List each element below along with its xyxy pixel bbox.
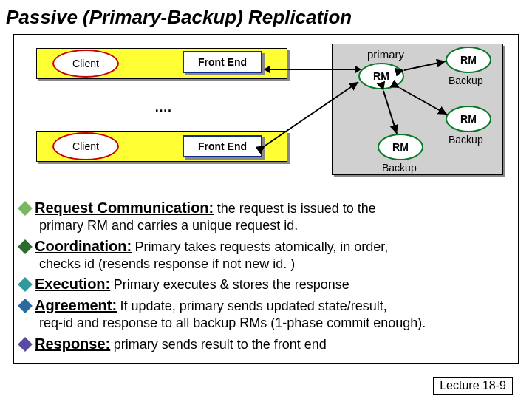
rm-text: RM xyxy=(460,113,477,125)
backup-label-2: Backup xyxy=(449,134,483,146)
diagram-area: Client Client Front End Front End …. pri… xyxy=(14,35,518,190)
ellipsis-icon: …. xyxy=(154,100,171,115)
bullet-text: Primary executes & stores the response xyxy=(114,277,349,292)
backup-label-3: Backup xyxy=(382,162,417,174)
front-end-2: Front End xyxy=(183,135,262,157)
rm-backup-right-1: RM xyxy=(446,47,491,73)
bullet-item: Coordination: Primary takes requests ato… xyxy=(18,237,512,273)
bullet-text: If update, primary sends updated state/r… xyxy=(120,299,387,313)
bullet-item: Request Communication: the request is is… xyxy=(18,199,512,234)
bullet-icon xyxy=(18,337,33,352)
bullet-subtext: primary RM and carries a unique request … xyxy=(39,217,512,234)
bullet-icon xyxy=(18,239,33,254)
bullet-subtext: checks id (resends response if not new i… xyxy=(39,256,512,273)
bullet-title: Response: xyxy=(35,335,110,352)
rm-primary: RM xyxy=(358,63,404,89)
rm-backup-bottom: RM xyxy=(378,134,423,160)
primary-label: primary xyxy=(367,48,404,61)
bullet-text: primary sends result to the front end xyxy=(114,337,327,352)
rm-text: RM xyxy=(460,54,477,66)
client-node-1: Client xyxy=(52,50,119,78)
bullet-icon xyxy=(18,201,33,216)
bullet-icon xyxy=(18,277,33,292)
bullet-subtext: req-id and response to all backup RMs (1… xyxy=(39,315,512,332)
frontend-label: Front End xyxy=(198,140,247,152)
bullet-title: Agreement: xyxy=(35,297,117,313)
bullet-title: Request Communication: xyxy=(35,200,214,216)
bullet-item: Agreement: If update, primary sends upda… xyxy=(18,296,512,332)
rm-text: RM xyxy=(392,141,409,153)
frontend-label: Front End xyxy=(198,56,247,68)
bullet-icon xyxy=(18,299,33,313)
front-end-1: Front End xyxy=(183,51,262,73)
bullet-text: the request is issued to the xyxy=(217,201,376,216)
slide-title: Passive (Primary-Backup) Replication xyxy=(0,0,532,32)
bullet-title: Execution: xyxy=(35,276,110,292)
rm-backup-right-2: RM xyxy=(446,106,491,132)
client-label: Client xyxy=(72,140,99,152)
backup-label-1: Backup xyxy=(449,75,483,86)
bullet-item: Response: primary sends result to the fr… xyxy=(18,335,512,353)
bullet-text: Primary takes requests atomically, in or… xyxy=(135,239,389,254)
bullet-item: Execution: Primary executes & stores the… xyxy=(18,275,512,293)
arrow-fe1-rm xyxy=(268,69,357,70)
bullet-list: Request Communication: the request is is… xyxy=(18,196,512,355)
bullet-title: Coordination: xyxy=(35,238,132,254)
rm-text: RM xyxy=(373,70,389,82)
client-node-2: Client xyxy=(52,132,119,160)
content-frame: Client Client Front End Front End …. pri… xyxy=(13,34,519,364)
client-label: Client xyxy=(72,58,99,69)
lecture-number: Lecture 18-9 xyxy=(433,377,513,395)
